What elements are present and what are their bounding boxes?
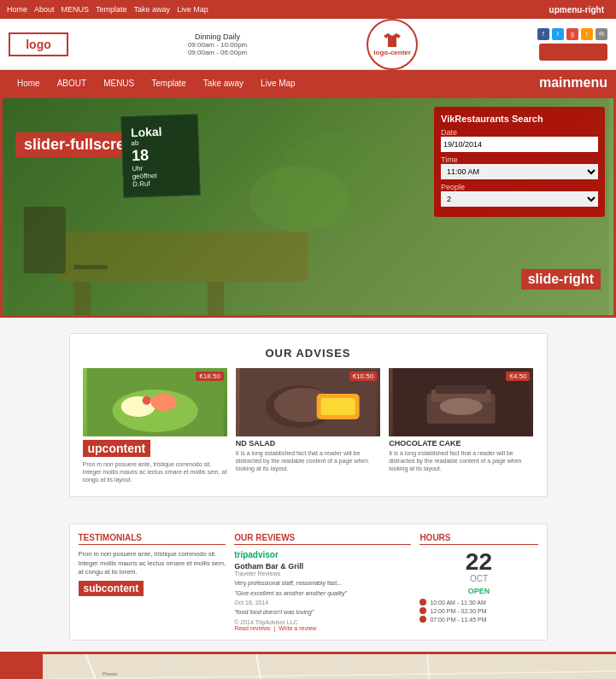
testimonials-title: TESTIMONIALS xyxy=(79,533,226,545)
advise-name-3: CHOCOLATE CAKE xyxy=(389,439,533,448)
gplus-icon[interactable]: g xyxy=(566,28,578,40)
dining-label: Dinning Daily xyxy=(188,32,247,41)
time-label: Time xyxy=(441,155,598,164)
svg-text:Presto: Presto xyxy=(103,671,118,676)
date-label: Date xyxy=(441,128,598,137)
nav-about[interactable]: ABOUT xyxy=(49,70,95,96)
mainmenu-label: mainmenu xyxy=(539,75,607,91)
svg-rect-17 xyxy=(320,398,355,415)
hour-text-1: 10:00 AM - 11:30 AM xyxy=(430,600,485,606)
chalkboard: Lokal ab 18 Uhr geöffnet D.Ruf xyxy=(120,114,200,197)
price-badge-3: €4.50 xyxy=(506,372,530,381)
chalkboard-line3: 18 xyxy=(132,145,191,165)
advises-container: OUR ADVISES €18.50 upcontent Pron m non … xyxy=(69,333,548,497)
tripadvisor-logo: tripadvisor xyxy=(234,550,411,559)
topbar-link-menus[interactable]: MENUS xyxy=(62,5,90,14)
time-field: Time 11:00 AM xyxy=(441,155,598,179)
hour-dot-3 xyxy=(419,616,426,623)
facebook-icon[interactable]: f xyxy=(537,28,549,40)
advise-item-1: €18.50 upcontent Pron m non posuere ante… xyxy=(83,368,227,483)
hour-row-3: 07:00 PM - 11:45 PM xyxy=(419,616,537,623)
top-bar-links[interactable]: Home About MENUS Template Take away Live… xyxy=(7,5,208,14)
hour-row-2: 12:00 PM - 02:30 PM xyxy=(419,607,537,614)
logo-center-text: logo-center xyxy=(373,49,411,56)
logo-left: logo xyxy=(9,32,68,56)
open-badge: OPEN xyxy=(419,587,537,595)
topbar-link-livemap[interactable]: Live Map xyxy=(177,5,208,14)
middle-section-wrapper: TESTIMONIALS Pron m non posuere ante, tr… xyxy=(0,512,616,651)
price-badge-1: €18.50 xyxy=(196,372,223,381)
nav-links[interactable]: Home ABOUT MENUS Template Take away Live… xyxy=(9,70,304,96)
advise-name-2: ND SALAD xyxy=(236,439,380,448)
nav-takeaway[interactable]: Take away xyxy=(195,70,252,96)
shirt-icon xyxy=(379,32,405,49)
advise-desc-3: It is a long established fact that a rea… xyxy=(389,449,533,472)
hours-title: HOURS xyxy=(419,533,537,545)
advise-item-2: €10.50 ND SALAD It is a long established… xyxy=(236,368,380,483)
review-date2: © 2014 TripAdvisor LLC xyxy=(234,619,411,625)
advise-img-salad: €18.50 xyxy=(83,368,227,436)
testimonials-column: TESTIMONIALS Pron m non posuere ante, tr… xyxy=(79,533,226,630)
nav-livemap[interactable]: Live Map xyxy=(252,70,304,96)
date-input[interactable] xyxy=(441,137,598,152)
people-label: People xyxy=(441,183,598,191)
reviewer-type: Traveler Reviews xyxy=(234,571,411,577)
price-badge-2: €10.50 xyxy=(349,372,377,381)
hour-dot-1 xyxy=(419,599,426,606)
hour-text-2: 12:00 PM - 02:30 PM xyxy=(430,608,486,614)
hour-row-1: 10:00 AM - 11:30 AM xyxy=(419,599,537,606)
topbar-link-home[interactable]: Home xyxy=(7,5,27,14)
reviews-column: OUR REVIEWS tripadvisor Gotham Bar & Gri… xyxy=(234,533,411,630)
header-search-box[interactable] xyxy=(539,44,607,61)
slider-fullscreen: slider-fullscreen Lokal ab 18 Uhr geöffn… xyxy=(0,96,616,318)
advises-section: OUR ADVISES €18.50 upcontent Pron m non … xyxy=(0,318,616,512)
hours-column: HOURS 22 OCT OPEN 10:00 AM - 11:30 AM 12… xyxy=(419,533,537,630)
time-select[interactable]: 11:00 AM xyxy=(441,164,598,179)
review-links[interactable]: Read reviews | Write a review xyxy=(234,625,411,631)
write-review-link[interactable]: Write a review xyxy=(279,625,316,631)
main-nav: Home ABOUT MENUS Template Take away Live… xyxy=(0,70,616,96)
hour-text-3: 07:00 PM - 11:45 PM xyxy=(430,617,486,623)
map-svg: Presto Quarrata Pistoia Firenze Scandicc… xyxy=(0,654,616,679)
map-section: Presto Quarrata Pistoia Firenze Scandicc… xyxy=(0,652,616,679)
nav-template[interactable]: Template xyxy=(143,70,195,96)
upcontent-label: upcontent xyxy=(83,440,151,457)
svg-point-11 xyxy=(150,394,176,411)
rss-icon[interactable]: r xyxy=(581,28,593,40)
svg-point-12 xyxy=(142,396,150,405)
topbar-link-takeaway[interactable]: Take away xyxy=(134,5,171,14)
topbar-link-about[interactable]: About xyxy=(34,5,55,14)
slide-right-label: slide-right xyxy=(521,269,601,290)
advise-desc-2: It is a long established fact that a rea… xyxy=(236,449,380,472)
search-title: VikRestaurants Search xyxy=(441,114,598,124)
logo-center: logo-center xyxy=(367,19,418,70)
review-quote1: "Give excellent as another another quali… xyxy=(234,589,411,597)
svg-point-22 xyxy=(440,398,483,415)
hours-day: 22 xyxy=(419,550,537,574)
advises-grid: €18.50 upcontent Pron m non posuere ante… xyxy=(83,368,534,483)
upmenu-right-label: upmenu-right xyxy=(544,3,609,16)
social-icons: f t g r ✉ xyxy=(537,28,607,40)
people-select[interactable]: 2 xyxy=(441,191,598,207)
svg-rect-21 xyxy=(436,385,487,394)
search-panel: VikRestaurants Search Date Time 11:00 AM… xyxy=(434,107,605,217)
top-bar: Home About MENUS Template Take away Live… xyxy=(0,0,616,19)
review-date1: Oct 18, 2014 xyxy=(234,600,411,606)
nav-home[interactable]: Home xyxy=(9,70,49,96)
advise-desc-1: Pron m non posuere ante, tristique commo… xyxy=(83,460,227,483)
topbar-link-template[interactable]: Template xyxy=(96,5,127,14)
email-icon[interactable]: ✉ xyxy=(595,28,607,40)
people-field: People 2 xyxy=(441,183,598,207)
read-reviews-link[interactable]: Read reviews xyxy=(234,625,270,631)
advise-item-3: €4.50 CHOCOLATE CAKE It is a long establ… xyxy=(389,368,533,483)
nav-menus[interactable]: MENUS xyxy=(95,70,143,96)
header: logo Dinning Daily 09:00am - 10:00pm 09:… xyxy=(0,19,616,70)
hours-month: OCT xyxy=(419,574,537,583)
twitter-icon[interactable]: t xyxy=(552,28,564,40)
advise-img-cake: €4.50 xyxy=(389,368,533,436)
map-left-label: ful- xyxy=(0,654,43,679)
map-container: Presto Quarrata Pistoia Firenze Scandicc… xyxy=(0,654,616,679)
header-center: Dinning Daily 09:00am - 10:00pm 09:00am … xyxy=(188,32,247,56)
chalkboard-line6: D.Ruf xyxy=(132,179,191,188)
date-field: Date xyxy=(441,128,598,152)
